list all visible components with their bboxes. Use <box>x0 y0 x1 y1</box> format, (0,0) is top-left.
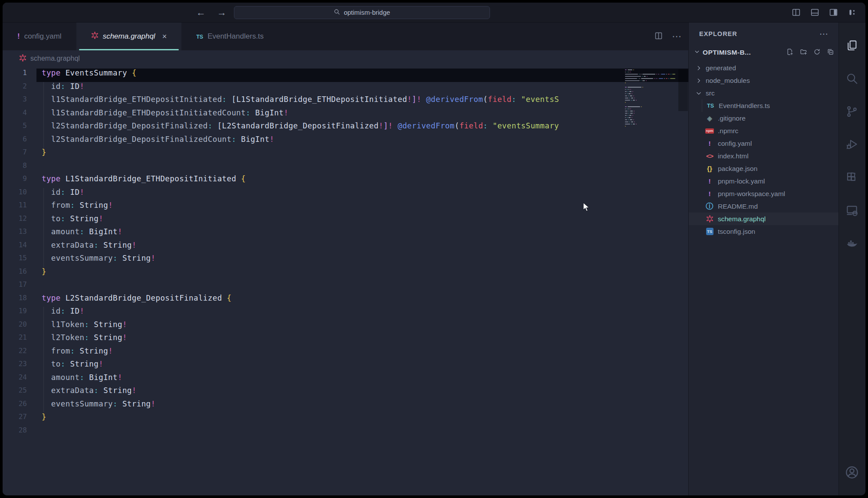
code-line[interactable]: eventsSummary: String! <box>36 400 688 413</box>
layout-panel-icon[interactable] <box>810 8 819 17</box>
code-line[interactable]: extraData: String! <box>36 241 688 254</box>
line-number[interactable]: 3 <box>3 95 36 108</box>
file-item-.npmrc[interactable]: npm.npmrc <box>689 124 838 137</box>
line-number[interactable]: 27 <box>3 413 36 426</box>
code-line[interactable] <box>36 161 688 175</box>
activity-source-control[interactable] <box>842 99 862 124</box>
project-root-row[interactable]: OPTIMISM-B... <box>689 45 838 60</box>
line-number[interactable]: 5 <box>3 121 36 135</box>
code-line[interactable]: amount: BigInt! <box>36 373 688 387</box>
split-editor-icon[interactable] <box>654 31 663 42</box>
line-number[interactable]: 22 <box>3 347 36 360</box>
tab-EventHandlers.ts[interactable]: TS EventHandlers.ts <box>181 23 278 50</box>
code-line[interactable]: from: String! <box>36 347 688 360</box>
code-line[interactable]: } <box>36 148 688 161</box>
code-editor[interactable]: 1234567891011121314151617181920212223242… <box>3 67 688 495</box>
activity-extensions[interactable] <box>842 165 862 190</box>
code-line[interactable]: id: ID! <box>36 82 688 95</box>
line-number[interactable]: 2 <box>3 82 36 95</box>
code-line[interactable]: to: String! <box>36 360 688 373</box>
activity-account[interactable] <box>842 460 862 485</box>
more-actions-icon[interactable]: ⋯ <box>672 31 681 42</box>
line-number[interactable]: 1 <box>3 69 36 82</box>
code-line[interactable]: id: ID! <box>36 307 688 320</box>
activity-docker[interactable] <box>842 231 862 256</box>
file-item-EventHandlers.ts[interactable]: TSEventHandlers.ts <box>689 99 838 112</box>
file-item-README.md[interactable]: ⓘREADME.md <box>689 200 838 213</box>
line-number[interactable]: 17 <box>3 280 36 294</box>
folder-item-src[interactable]: src <box>689 87 838 99</box>
line-number[interactable]: 25 <box>3 386 36 400</box>
tab-config.yaml[interactable]: ! config.yaml <box>3 23 76 50</box>
line-number[interactable]: 23 <box>3 360 36 373</box>
line-number[interactable]: 24 <box>3 373 36 387</box>
line-number[interactable]: 19 <box>3 307 36 320</box>
line-number[interactable]: 15 <box>3 254 36 267</box>
line-number[interactable]: 8 <box>3 161 36 175</box>
tab-schema.graphql[interactable]: schema.graphql × <box>76 23 181 50</box>
code-line[interactable]: to: String! <box>36 214 688 228</box>
close-icon[interactable]: × <box>162 32 167 41</box>
layout-sidebar-right-icon[interactable] <box>829 8 838 17</box>
scrollbar[interactable] <box>678 67 688 495</box>
code-line[interactable]: } <box>36 267 688 281</box>
activity-explorer[interactable] <box>842 33 862 58</box>
code-line[interactable]: eventsSummary: String! <box>36 254 688 267</box>
line-number[interactable]: 14 <box>3 241 36 254</box>
file-item-schema.graphql[interactable]: schema.graphql <box>689 213 838 225</box>
collapse-all-icon[interactable] <box>827 48 834 57</box>
code-line[interactable]: } <box>36 413 688 426</box>
code-line[interactable]: l2StandardBridge_DepositFinalized: [L2St… <box>36 121 688 135</box>
line-number[interactable]: 10 <box>3 188 36 201</box>
file-item-tsconfig.json[interactable]: TStsconfig.json <box>689 225 838 238</box>
line-number[interactable]: 21 <box>3 333 36 347</box>
code-line[interactable]: l1StandardBridge_ETHDepositInitiated: [L… <box>36 95 688 108</box>
activity-search[interactable] <box>842 66 862 91</box>
nav-back-icon[interactable]: ← <box>196 7 206 18</box>
line-number[interactable]: 13 <box>3 227 36 241</box>
line-number[interactable]: 12 <box>3 214 36 228</box>
code-line[interactable]: type L2StandardBridge_DepositFinalized { <box>36 294 688 307</box>
code-line[interactable]: extraData: String! <box>36 386 688 400</box>
file-item-package.json[interactable]: {}package.json <box>689 162 838 175</box>
file-item-.gitignore[interactable]: ◈.gitignore <box>689 112 838 124</box>
layout-columns-icon[interactable] <box>792 8 801 17</box>
new-file-icon[interactable] <box>786 48 794 57</box>
scrollbar-thumb[interactable] <box>678 69 688 111</box>
code-line[interactable]: l1StandardBridge_ETHDepositInitiatedCoun… <box>36 108 688 122</box>
code-line[interactable]: l2StandardBridge_DepositFinalizedCount: … <box>36 135 688 148</box>
line-number[interactable]: 11 <box>3 201 36 214</box>
line-number[interactable]: 28 <box>3 426 36 439</box>
breadcrumb[interactable]: schema.graphql <box>3 50 688 67</box>
file-item-index.html[interactable]: <>index.html <box>689 150 838 162</box>
line-number[interactable]: 4 <box>3 108 36 122</box>
code-line[interactable]: l2Token: String! <box>36 333 688 347</box>
line-number[interactable]: 6 <box>3 135 36 148</box>
file-item-pnpm-lock.yaml[interactable]: !pnpm-lock.yaml <box>689 175 838 187</box>
code-line[interactable]: amount: BigInt! <box>36 227 688 241</box>
line-number[interactable]: 18 <box>3 294 36 307</box>
activity-remote-explorer[interactable] <box>842 198 862 223</box>
explorer-more-icon[interactable]: ⋯ <box>819 29 829 39</box>
line-number[interactable]: 26 <box>3 400 36 413</box>
line-number[interactable]: 7 <box>3 148 36 161</box>
refresh-icon[interactable] <box>813 48 821 57</box>
folder-item-node_modules[interactable]: node_modules <box>689 74 838 87</box>
code-line[interactable] <box>36 280 688 294</box>
file-item-pnpm-workspace.yaml[interactable]: !pnpm-workspace.yaml <box>689 187 838 200</box>
minimap[interactable] <box>625 69 676 130</box>
code-line[interactable]: id: ID! <box>36 188 688 201</box>
activity-run-debug[interactable] <box>842 132 862 157</box>
line-number[interactable]: 16 <box>3 267 36 281</box>
code-line[interactable]: l1Token: String! <box>36 320 688 334</box>
folder-item-generated[interactable]: generated <box>689 62 838 74</box>
layout-customize-icon[interactable] <box>848 8 857 17</box>
new-folder-icon[interactable] <box>800 48 807 57</box>
nav-forward-icon[interactable]: → <box>217 7 227 18</box>
file-item-config.yaml[interactable]: !config.yaml <box>689 137 838 150</box>
code-line[interactable]: type L1StandardBridge_ETHDepositInitiate… <box>36 174 688 188</box>
code-line[interactable] <box>36 426 688 439</box>
code-line[interactable]: type EventsSummary { <box>36 69 688 82</box>
line-number[interactable]: 20 <box>3 320 36 334</box>
command-center-search[interactable]: optimism-bridge <box>234 6 490 19</box>
